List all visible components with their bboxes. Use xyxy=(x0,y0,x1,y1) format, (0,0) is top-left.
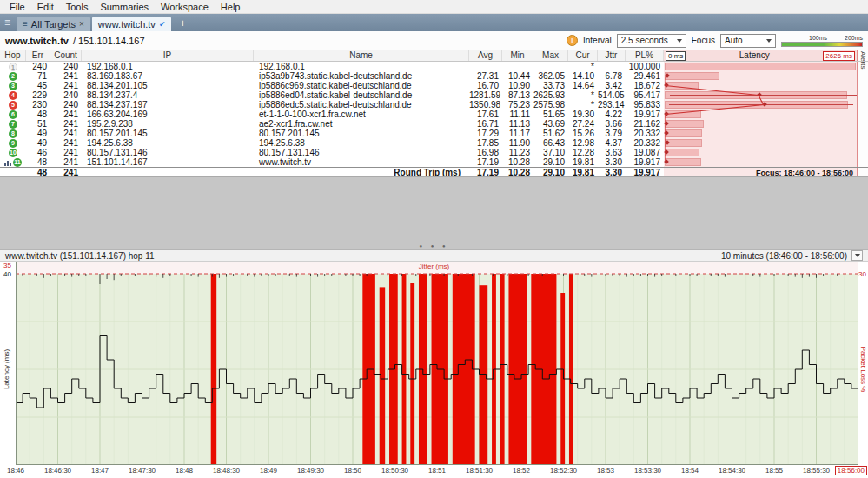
cell-count: 241 xyxy=(50,129,82,138)
cell-ip: 80.157.131.146 xyxy=(82,148,254,157)
cell-count: 241 xyxy=(50,138,82,148)
new-target-tab-button[interactable]: + xyxy=(173,17,192,30)
menu-item-help[interactable]: Help xyxy=(215,1,247,13)
cell-cur: 19.81 xyxy=(568,168,598,176)
tab-bar: ≡ ≡ All Targets × www.twitch.tv ✔ + xyxy=(0,14,868,31)
column-header-jttr[interactable]: Jttr xyxy=(598,50,626,61)
cell-pl: 100.000 xyxy=(626,62,664,71)
time-axis: 18:56:00 18:4618:46:3018:4718:47:3018:48… xyxy=(0,465,868,478)
hop-cell xyxy=(0,168,26,176)
timeline-title: www.twitch.tv (151.101.14.167) hop 11 xyxy=(5,251,155,261)
focus-select[interactable]: Auto xyxy=(720,34,776,48)
cell-min xyxy=(502,62,533,71)
loss-axis-label: Packet Loss % xyxy=(859,347,867,393)
column-header-ip[interactable]: IP xyxy=(82,50,254,61)
focus-range-label: Focus: 18:46:00 - 18:56:00 xyxy=(756,168,853,176)
hop-latency-graph-cell xyxy=(664,90,858,100)
hop-status-ball: 5 xyxy=(9,101,17,110)
cell-ip: 166.63.204.169 xyxy=(82,110,254,119)
hop-latency-graph-cell xyxy=(664,62,858,71)
cell-avg: 1350.98 xyxy=(469,100,502,110)
cell-avg: 17.19 xyxy=(469,168,502,176)
column-header-max[interactable]: Max xyxy=(533,50,568,61)
cell-avg: 16.98 xyxy=(469,148,502,157)
table-row[interactable]: 751241195.2.9.238ae2-xcr1.fra.cw.net16.7… xyxy=(0,119,868,129)
column-header-name[interactable]: Name xyxy=(254,50,469,61)
tab-all-targets[interactable]: ≡ All Targets × xyxy=(17,17,90,31)
workspace-menu-icon[interactable]: ≡ xyxy=(4,17,10,29)
target-ip: / 151.101.14.167 xyxy=(73,36,145,46)
timeline-range-dropdown[interactable] xyxy=(851,250,863,261)
table-row[interactable]: 104624180.157.131.14680.157.131.14616.98… xyxy=(0,148,868,157)
menu-item-summaries[interactable]: Summaries xyxy=(94,1,155,13)
hop-cell: 6 xyxy=(0,110,26,119)
close-icon[interactable]: × xyxy=(79,19,84,29)
column-header-avg[interactable]: Avg xyxy=(469,50,502,61)
column-header-err[interactable]: Err xyxy=(26,50,50,61)
cell-avg: 16.70 xyxy=(469,81,502,90)
latency-range-line xyxy=(670,95,857,96)
cell-count: 241 xyxy=(50,148,82,157)
time-tick-label: 18:51 xyxy=(428,467,446,475)
hop-latency-graph-cell xyxy=(664,157,858,167)
alerts-spacer xyxy=(858,138,868,148)
time-tick-label: 18:49:30 xyxy=(297,467,324,475)
cell-jttr: 514.05 xyxy=(598,90,626,100)
table-row[interactable]: 949241194.25.6.38194.25.6.3817.8511.9066… xyxy=(0,138,868,148)
table-row[interactable]: 422924088.134.237.4ip5886ed04.static.kab… xyxy=(0,90,868,100)
table-row[interactable]: 27124183.169.183.67ip53a9b743.static.kab… xyxy=(0,71,868,81)
table-row[interactable]: 34524188.134.201.105ip5886c969.static.ka… xyxy=(0,81,868,90)
column-header-count[interactable]: Count xyxy=(50,50,82,61)
alerts-spacer xyxy=(858,168,868,176)
table-row[interactable]: 648241166.63.204.169et-1-1-0-100-xcr1.fr… xyxy=(0,110,868,119)
hop-packet-loss-bar xyxy=(665,149,699,156)
cell-avg: 17.29 xyxy=(469,129,502,138)
table-row[interactable]: 1240240192.168.0.1192.168.0.1*100.000 xyxy=(0,62,868,71)
interval-select[interactable]: 2.5 seconds xyxy=(617,34,686,48)
menu-item-workspace[interactable]: Workspace xyxy=(155,1,215,13)
cell-ip: 192.168.0.1 xyxy=(82,62,254,71)
table-row[interactable]: 84924180.157.201.14580.157.201.14517.291… xyxy=(0,129,868,138)
jitter-series-label: Jitter (ms) xyxy=(419,262,450,270)
chevron-down-icon xyxy=(766,39,772,43)
cell-cur: 14.10 xyxy=(568,71,598,81)
cell-ip: 88.134.237.4 xyxy=(82,90,254,100)
target-name: www.twitch.tv xyxy=(5,36,69,46)
hop-latency-graph-cell xyxy=(664,110,858,119)
hop-cell: 11 xyxy=(0,157,26,167)
time-tick-label: 18:46 xyxy=(7,467,24,475)
hop-cell: 2 xyxy=(0,71,26,81)
cell-cur: 12.98 xyxy=(568,138,598,148)
cell-max: 51.62 xyxy=(533,129,568,138)
menu-item-tools[interactable]: Tools xyxy=(60,1,95,13)
trace-controls: ‖ Interval 2.5 seconds Focus Auto 100ms … xyxy=(567,34,863,48)
packet-loss-bar xyxy=(402,274,407,465)
cell-cur: 19.81 xyxy=(568,157,598,167)
cell-name: www.twitch.tv xyxy=(254,157,469,167)
packet-loss-bar xyxy=(508,274,527,465)
menu-item-file[interactable]: File xyxy=(3,1,31,13)
column-header-cur[interactable]: Cur xyxy=(568,50,598,61)
latency-range-line xyxy=(669,104,852,105)
cell-err: 45 xyxy=(26,81,50,90)
cell-cur: 12.28 xyxy=(568,148,598,157)
tab-www-twitch-tv[interactable]: www.twitch.tv ✔ xyxy=(92,17,172,31)
cell-max: 2625.93 xyxy=(533,90,568,100)
cell-jttr: 3.79 xyxy=(598,129,626,138)
column-header-min[interactable]: Min xyxy=(502,50,533,61)
hop-status-ball: 4 xyxy=(9,91,17,100)
column-header-pl[interactable]: PL% xyxy=(626,50,664,61)
trace-status-button[interactable]: ‖ xyxy=(567,35,578,46)
menu-item-edit[interactable]: Edit xyxy=(31,1,60,13)
pause-icon: ‖ xyxy=(571,37,573,43)
table-row[interactable]: 1148241151.101.14.167www.twitch.tv17.191… xyxy=(0,157,868,167)
column-header-hop[interactable]: Hop xyxy=(0,50,26,61)
cell-count: 240 xyxy=(50,90,82,100)
cell-jttr xyxy=(598,62,626,71)
cell-ip: 88.134.201.105 xyxy=(82,81,254,90)
table-row[interactable]: 523024088.134.237.197ip5886edc5.static.k… xyxy=(0,100,868,110)
timeline-graph-area[interactable]: 35 40 30 Jitter (ms) Latency (ms) Packet… xyxy=(0,262,868,465)
cell-err: 49 xyxy=(26,138,50,148)
cell-min: 87.13 xyxy=(502,90,533,100)
panel-splitter[interactable]: ● ● ● xyxy=(0,177,868,249)
